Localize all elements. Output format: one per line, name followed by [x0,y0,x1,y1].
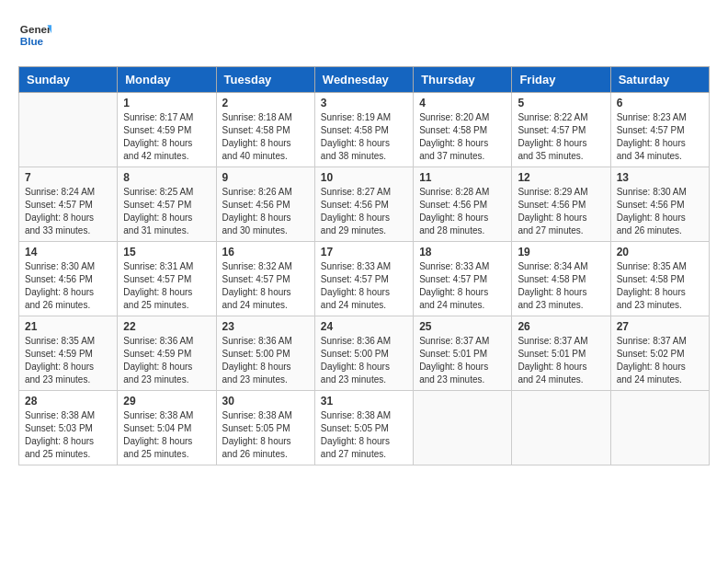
day-number: 24 [321,320,407,333]
day-number: 20 [617,246,703,259]
calendar-cell: 27Sunrise: 8:37 AM Sunset: 5:02 PM Dayli… [610,316,709,391]
week-row-5: 28Sunrise: 8:38 AM Sunset: 5:03 PM Dayli… [19,391,710,465]
day-info: Sunrise: 8:38 AM Sunset: 5:05 PM Dayligh… [321,409,407,461]
calendar-cell: 13Sunrise: 8:30 AM Sunset: 4:56 PM Dayli… [610,167,709,242]
day-info: Sunrise: 8:17 AM Sunset: 4:59 PM Dayligh… [123,111,210,163]
calendar-cell: 14Sunrise: 8:30 AM Sunset: 4:56 PM Dayli… [19,242,118,316]
day-number: 21 [25,320,111,333]
calendar-table: SundayMondayTuesdayWednesdayThursdayFrid… [18,66,710,465]
day-info: Sunrise: 8:38 AM Sunset: 5:05 PM Dayligh… [222,409,309,461]
day-info: Sunrise: 8:30 AM Sunset: 4:56 PM Dayligh… [25,260,111,312]
day-number: 26 [518,320,604,333]
day-number: 7 [25,171,111,184]
day-number: 22 [123,320,210,333]
calendar-cell: 26Sunrise: 8:37 AM Sunset: 5:01 PM Dayli… [512,316,610,391]
day-info: Sunrise: 8:36 AM Sunset: 5:00 PM Dayligh… [321,335,407,386]
week-row-1: 1Sunrise: 8:17 AM Sunset: 4:59 PM Daylig… [19,93,710,167]
calendar-cell: 3Sunrise: 8:19 AM Sunset: 4:58 PM Daylig… [314,93,413,167]
day-number: 4 [419,97,506,109]
calendar-cell: 31Sunrise: 8:38 AM Sunset: 5:05 PM Dayli… [314,391,413,465]
day-number: 31 [321,395,407,408]
day-info: Sunrise: 8:18 AM Sunset: 4:58 PM Dayligh… [222,111,309,163]
calendar-cell: 29Sunrise: 8:38 AM Sunset: 5:04 PM Dayli… [118,391,216,465]
week-row-3: 14Sunrise: 8:30 AM Sunset: 4:56 PM Dayli… [19,242,710,316]
day-number: 25 [419,320,506,333]
calendar-cell: 23Sunrise: 8:36 AM Sunset: 5:00 PM Dayli… [216,316,314,391]
day-info: Sunrise: 8:35 AM Sunset: 4:58 PM Dayligh… [617,260,703,312]
day-info: Sunrise: 8:30 AM Sunset: 4:56 PM Dayligh… [617,186,703,237]
day-info: Sunrise: 8:19 AM Sunset: 4:58 PM Dayligh… [321,111,407,163]
calendar-cell: 9Sunrise: 8:26 AM Sunset: 4:56 PM Daylig… [216,167,314,242]
calendar-cell: 18Sunrise: 8:33 AM Sunset: 4:57 PM Dayli… [414,242,512,316]
day-info: Sunrise: 8:33 AM Sunset: 4:57 PM Dayligh… [419,260,506,312]
day-number: 6 [617,97,703,109]
day-number: 9 [222,171,309,184]
column-header-wednesday: Wednesday [314,67,413,93]
day-info: Sunrise: 8:31 AM Sunset: 4:57 PM Dayligh… [123,260,210,312]
calendar-cell: 10Sunrise: 8:27 AM Sunset: 4:56 PM Dayli… [314,167,413,242]
calendar-header-row: SundayMondayTuesdayWednesdayThursdayFrid… [19,67,710,93]
day-info: Sunrise: 8:38 AM Sunset: 5:04 PM Dayligh… [123,409,210,461]
day-number: 28 [25,395,111,408]
calendar-cell: 1Sunrise: 8:17 AM Sunset: 4:59 PM Daylig… [118,93,216,167]
calendar-cell [414,391,512,465]
day-number: 10 [321,171,407,184]
calendar-cell [512,391,610,465]
day-info: Sunrise: 8:37 AM Sunset: 5:01 PM Dayligh… [518,335,604,386]
day-info: Sunrise: 8:35 AM Sunset: 4:59 PM Dayligh… [25,335,111,386]
logo: General Blue [18,18,51,52]
day-number: 14 [25,246,111,259]
day-number: 19 [518,246,604,259]
calendar-cell: 17Sunrise: 8:33 AM Sunset: 4:57 PM Dayli… [314,242,413,316]
day-info: Sunrise: 8:27 AM Sunset: 4:56 PM Dayligh… [321,186,407,237]
calendar-cell: 21Sunrise: 8:35 AM Sunset: 4:59 PM Dayli… [19,316,118,391]
day-number: 5 [518,97,604,109]
week-row-2: 7Sunrise: 8:24 AM Sunset: 4:57 PM Daylig… [19,167,710,242]
column-header-sunday: Sunday [19,67,118,93]
svg-text:Blue: Blue [20,35,44,47]
page-header: General Blue [18,18,710,52]
column-header-friday: Friday [512,67,610,93]
calendar-cell: 4Sunrise: 8:20 AM Sunset: 4:58 PM Daylig… [414,93,512,167]
calendar-cell [610,391,709,465]
day-info: Sunrise: 8:28 AM Sunset: 4:56 PM Dayligh… [419,186,506,237]
week-row-4: 21Sunrise: 8:35 AM Sunset: 4:59 PM Dayli… [19,316,710,391]
calendar-cell: 28Sunrise: 8:38 AM Sunset: 5:03 PM Dayli… [19,391,118,465]
day-info: Sunrise: 8:33 AM Sunset: 4:57 PM Dayligh… [321,260,407,312]
calendar-cell: 22Sunrise: 8:36 AM Sunset: 4:59 PM Dayli… [118,316,216,391]
day-info: Sunrise: 8:26 AM Sunset: 4:56 PM Dayligh… [222,186,309,237]
day-number: 30 [222,395,309,408]
day-number: 18 [419,246,506,259]
column-header-saturday: Saturday [610,67,709,93]
day-info: Sunrise: 8:34 AM Sunset: 4:58 PM Dayligh… [518,260,604,312]
day-info: Sunrise: 8:25 AM Sunset: 4:57 PM Dayligh… [123,186,210,237]
day-number: 17 [321,246,407,259]
calendar-cell: 30Sunrise: 8:38 AM Sunset: 5:05 PM Dayli… [216,391,314,465]
calendar-cell: 19Sunrise: 8:34 AM Sunset: 4:58 PM Dayli… [512,242,610,316]
calendar-cell: 6Sunrise: 8:23 AM Sunset: 4:57 PM Daylig… [610,93,709,167]
calendar-cell: 25Sunrise: 8:37 AM Sunset: 5:01 PM Dayli… [414,316,512,391]
day-info: Sunrise: 8:20 AM Sunset: 4:58 PM Dayligh… [419,111,506,163]
day-number: 27 [617,320,703,333]
day-number: 1 [123,97,210,109]
calendar-cell: 15Sunrise: 8:31 AM Sunset: 4:57 PM Dayli… [118,242,216,316]
day-number: 11 [419,171,506,184]
calendar-cell: 7Sunrise: 8:24 AM Sunset: 4:57 PM Daylig… [19,167,118,242]
day-info: Sunrise: 8:23 AM Sunset: 4:57 PM Dayligh… [617,111,703,163]
svg-text:General: General [20,23,51,35]
column-header-monday: Monday [118,67,216,93]
day-info: Sunrise: 8:29 AM Sunset: 4:56 PM Dayligh… [518,186,604,237]
day-info: Sunrise: 8:32 AM Sunset: 4:57 PM Dayligh… [222,260,309,312]
day-info: Sunrise: 8:22 AM Sunset: 4:57 PM Dayligh… [518,111,604,163]
day-number: 8 [123,171,210,184]
day-number: 15 [123,246,210,259]
day-number: 29 [123,395,210,408]
day-number: 13 [617,171,703,184]
day-info: Sunrise: 8:38 AM Sunset: 5:03 PM Dayligh… [25,409,111,461]
logo-icon: General Blue [18,18,51,52]
calendar-cell: 16Sunrise: 8:32 AM Sunset: 4:57 PM Dayli… [216,242,314,316]
day-number: 2 [222,97,309,109]
calendar-cell: 8Sunrise: 8:25 AM Sunset: 4:57 PM Daylig… [118,167,216,242]
calendar-cell [19,93,118,167]
calendar-cell: 5Sunrise: 8:22 AM Sunset: 4:57 PM Daylig… [512,93,610,167]
